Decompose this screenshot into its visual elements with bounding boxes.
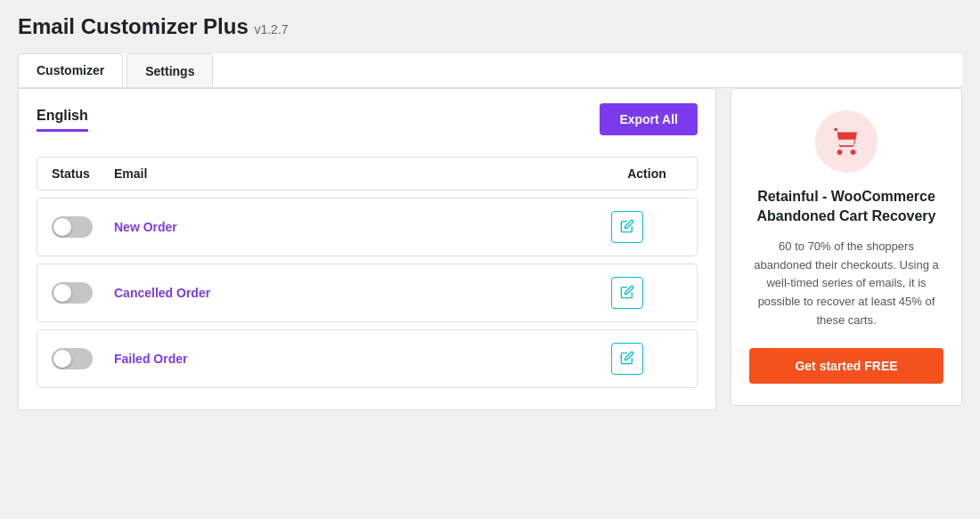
promo-panel: Retainful - WooCommerce Abandoned Cart R… [731, 88, 962, 406]
toggle-wrap-new-order [52, 216, 114, 238]
toggle-new-order[interactable] [52, 216, 93, 238]
email-name-new-order: New Order [114, 220, 611, 234]
lang-tab-row: English Export All [37, 103, 698, 139]
page-version: v1.2.7 [254, 22, 288, 36]
toggle-thumb [53, 284, 71, 302]
tab-settings[interactable]: Settings [127, 53, 213, 87]
action-col-failed-order [611, 343, 682, 375]
toggle-track [52, 348, 93, 369]
pencil-icon [620, 351, 634, 368]
header-status: Status [52, 166, 114, 181]
email-name-cancelled-order: Cancelled Order [114, 286, 611, 300]
action-col-cancelled-order [611, 277, 682, 309]
toggle-wrap-cancelled-order [52, 282, 114, 304]
main-layout: English Export All Status Email Action [18, 88, 962, 410]
cart-icon [830, 126, 862, 158]
toggle-failed-order[interactable] [52, 348, 93, 369]
table-row: New Order [37, 198, 698, 256]
toggle-wrap-failed-order [52, 348, 114, 369]
left-panel: English Export All Status Email Action [18, 88, 716, 410]
toggle-track [52, 282, 93, 304]
export-all-button[interactable]: Export All [600, 103, 698, 135]
pencil-icon [620, 219, 634, 236]
cart-icon-wrap [815, 110, 878, 173]
toggle-track [52, 216, 93, 238]
pencil-icon [620, 285, 634, 302]
page-title-text: Email Customizer Plus [18, 14, 249, 38]
edit-button-failed-order[interactable] [611, 343, 643, 375]
header-email: Email [114, 166, 611, 181]
promo-title: Retainful - WooCommerce Abandoned Cart R… [749, 187, 943, 227]
edit-button-cancelled-order[interactable] [611, 277, 643, 309]
edit-button-new-order[interactable] [611, 211, 643, 243]
tabs-bar: Customizer Settings [18, 53, 962, 88]
table-row: Cancelled Order [37, 264, 698, 322]
language-tab: English [37, 108, 88, 132]
email-name-failed-order: Failed Order [114, 352, 611, 366]
tab-customizer[interactable]: Customizer [18, 53, 123, 87]
table-row: Failed Order [37, 329, 698, 388]
page-title: Email Customizer Plus v1.2.7 [18, 14, 962, 39]
toggle-thumb [53, 350, 71, 368]
get-started-button[interactable]: Get started FREE [749, 348, 943, 384]
toggle-cancelled-order[interactable] [52, 282, 93, 304]
action-col-new-order [611, 211, 682, 243]
table-header: Status Email Action [37, 157, 698, 191]
header-action: Action [611, 166, 682, 181]
toggle-thumb [53, 218, 71, 236]
promo-description: 60 to 70% of the shoppers abandoned thei… [749, 238, 943, 330]
